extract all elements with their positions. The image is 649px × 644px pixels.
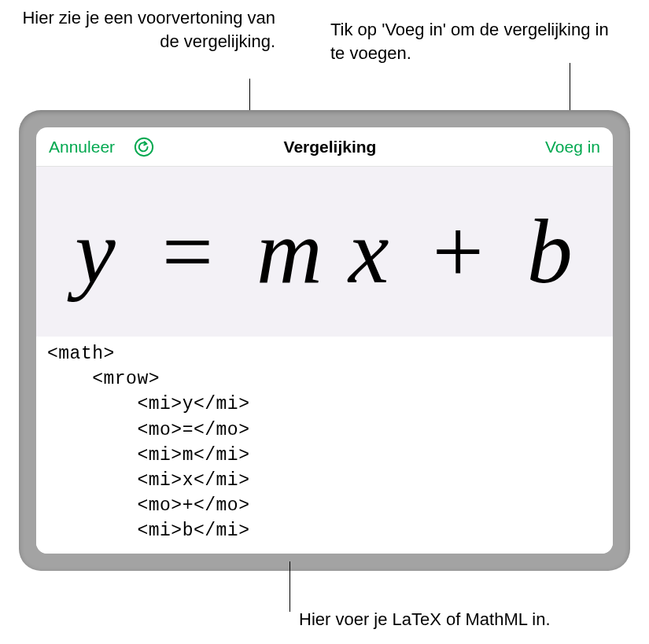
callout-preview-text: Hier zie je een voorvertoning van de ver… xyxy=(0,6,275,53)
callout-insert-text: Tik op 'Voeg in' om de vergelijking in t… xyxy=(330,18,618,64)
equation-editor-panel: Annuleer Vergelijking Voeg in y = m xyxy=(36,127,613,554)
toolbar: Annuleer Vergelijking Voeg in xyxy=(36,127,613,167)
cancel-button[interactable]: Annuleer xyxy=(49,138,115,156)
callout-leader xyxy=(289,561,290,612)
insert-button[interactable]: Voeg in xyxy=(545,138,600,156)
equation-preview: y = m x + b xyxy=(36,167,613,337)
dialog-title: Vergelijking xyxy=(115,138,545,156)
equation-rendered: y = m x + b xyxy=(75,200,574,304)
equation-var-m: m xyxy=(256,201,324,302)
equation-var-b: b xyxy=(527,201,574,302)
screenshot-frame: Annuleer Vergelijking Voeg in y = m xyxy=(19,110,630,571)
equation-var-x: x xyxy=(348,201,391,302)
equation-operator-plus: + xyxy=(415,201,502,302)
equation-var-y: y xyxy=(75,201,117,302)
equation-source-input[interactable]: <math> <mrow> <mi>y</mi> <mo>=</mo> <mi>… xyxy=(36,337,613,554)
callout-input-text: Hier voer je LaTeX of MathML in. xyxy=(299,609,551,630)
equation-operator-equals: = xyxy=(145,201,232,302)
